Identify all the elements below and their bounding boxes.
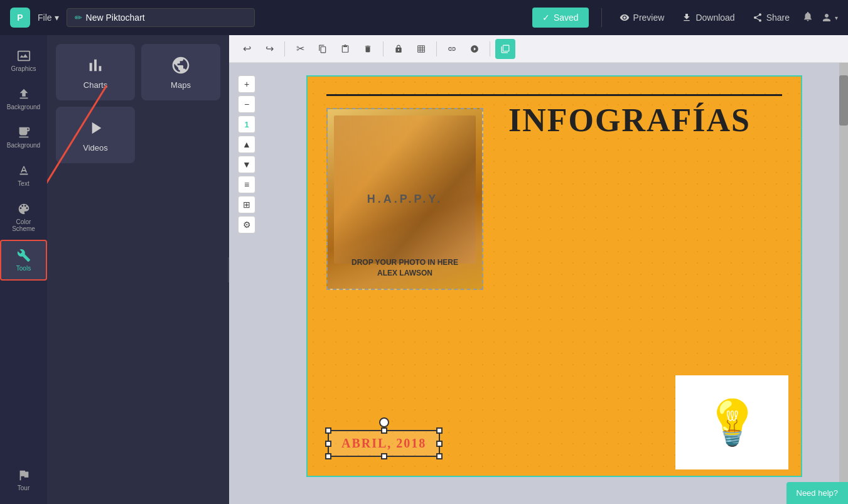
user-menu[interactable]: ▾ <box>821 12 838 23</box>
globe-icon <box>171 55 191 75</box>
select-icon <box>501 45 510 53</box>
lock-icon <box>394 45 403 53</box>
sidebar-item-tools[interactable]: Tools <box>0 240 47 281</box>
download-button[interactable]: Download <box>677 9 739 26</box>
file-menu[interactable]: File ▾ <box>38 13 59 23</box>
sidebar-item-uploads[interactable]: Background <box>0 80 47 118</box>
expand-button[interactable]: ⊞ <box>238 196 255 213</box>
charts-card-label: Charts <box>83 80 107 90</box>
canvas-scroll[interactable]: + − 1 ▲ ▼ ≡ ⊞ ⚙ INFOGRAFÍAS <box>229 63 848 504</box>
canvas-area: ↩ ↪ ✂ <box>229 35 848 504</box>
handle-br[interactable] <box>436 453 443 459</box>
preview-button[interactable]: Preview <box>615 9 670 26</box>
handle-ml[interactable] <box>325 441 331 447</box>
copy-button[interactable] <box>313 39 333 59</box>
zoom-in-button[interactable]: + <box>238 75 255 93</box>
logo[interactable]: P <box>10 8 30 28</box>
toolbar-sep-2 <box>383 41 384 56</box>
infographic-title[interactable]: INFOGRAFÍAS <box>508 102 751 139</box>
panel-card-videos[interactable]: Videos <box>56 107 135 163</box>
canvas-settings-button[interactable]: ⚙ <box>238 216 255 233</box>
text-icon <box>17 164 31 178</box>
link-button[interactable] <box>442 39 462 59</box>
download-icon <box>682 13 692 23</box>
selection-handles <box>325 427 443 459</box>
sidebar-item-graphics[interactable]: Graphics <box>0 41 47 80</box>
play-icon <box>85 118 105 138</box>
page-down-button[interactable]: ▼ <box>238 156 255 173</box>
toolbar-sep-4 <box>490 41 490 56</box>
animate-button[interactable] <box>464 39 485 59</box>
divider <box>601 8 602 27</box>
undo-button[interactable]: ↩ <box>237 39 257 59</box>
topbar: P File ▾ ✏ New Piktochart ✓ Saved Previe… <box>0 0 848 35</box>
handle-tm[interactable] <box>381 427 387 434</box>
toolbar-sep-3 <box>436 41 437 56</box>
toolbar-sep-1 <box>284 41 285 56</box>
sidebar-item-text[interactable]: Text <box>0 156 47 195</box>
drop-text: DROP YOUR PHOTO IN HERE <box>352 257 458 268</box>
text-label: Text <box>18 180 29 187</box>
user-icon <box>821 12 832 23</box>
scrollbar-thumb[interactable] <box>839 75 848 126</box>
canvas-container: INFOGRAFÍAS H.A.P.P.Y. DROP YOUR PHOTO I… <box>306 75 802 491</box>
lock-button[interactable] <box>389 39 409 59</box>
tools-icon <box>17 249 31 262</box>
lightbulb-character: 💡 <box>675 375 788 469</box>
drop-photo-text: DROP YOUR PHOTO IN HERE ALEX LAWSON <box>352 257 458 279</box>
redo-button[interactable]: ↪ <box>259 39 279 59</box>
share-button[interactable]: Share <box>748 9 795 26</box>
handle-bm[interactable] <box>381 453 387 459</box>
rotate-handle[interactable]: ↻ <box>379 417 389 427</box>
select-button[interactable] <box>495 39 515 59</box>
sidebar-item-background[interactable]: Background <box>0 118 47 156</box>
delete-button[interactable] <box>358 39 378 59</box>
toolbar: ↩ ↪ ✂ <box>229 35 848 63</box>
need-help-button[interactable]: Need help? <box>786 482 849 504</box>
background-label: Background <box>7 142 40 149</box>
main-area: Graphics Background Background Text Colo… <box>0 35 848 504</box>
notifications-bell[interactable] <box>802 11 813 25</box>
sub-text: ALEX LAWSON <box>352 268 458 279</box>
color-scheme-label: Color Scheme <box>5 218 42 232</box>
page-number: 1 <box>238 115 255 133</box>
collapse-panel-button[interactable]: ‹ <box>228 257 229 282</box>
canvas-controls: + − 1 ▲ ▼ ≡ ⊞ ⚙ <box>238 75 255 233</box>
animate-icon <box>470 45 479 53</box>
page-up-button[interactable]: ▲ <box>238 136 255 153</box>
link-icon <box>448 45 456 53</box>
grid-button[interactable] <box>411 39 431 59</box>
infographic-canvas[interactable]: INFOGRAFÍAS H.A.P.P.Y. DROP YOUR PHOTO I… <box>306 75 802 477</box>
eye-icon <box>620 13 630 23</box>
panel-card-charts[interactable]: Charts <box>56 44 135 100</box>
graphics-icon <box>17 49 31 63</box>
handle-tl[interactable] <box>325 427 331 434</box>
tour-label: Tour <box>18 485 30 491</box>
handle-bl[interactable] <box>325 453 331 459</box>
paste-icon <box>341 45 350 53</box>
grid-icon <box>417 45 426 53</box>
cut-button[interactable]: ✂ <box>290 39 310 59</box>
paste-button[interactable] <box>335 39 355 59</box>
handle-tr[interactable] <box>436 427 443 434</box>
infographic-line <box>326 94 782 96</box>
selected-text-box[interactable]: ↻ ABRIL, 2018 <box>328 430 440 457</box>
saved-button[interactable]: ✓ Saved <box>532 8 589 28</box>
uploads-label: Background <box>7 104 40 110</box>
lightbulb-emoji: 💡 <box>705 400 759 444</box>
panel-card-maps[interactable]: Maps <box>141 44 220 100</box>
sidebar-item-tour[interactable]: Tour <box>0 461 47 499</box>
happy-text: H.A.P.P.Y. <box>367 193 443 206</box>
zoom-out-button[interactable]: − <box>238 95 255 113</box>
photo-collage <box>334 115 476 264</box>
sidebar-item-color-scheme[interactable]: Color Scheme <box>0 195 47 240</box>
photo-placeholder[interactable]: H.A.P.P.Y. DROP YOUR PHOTO IN HERE ALEX … <box>326 108 483 290</box>
color-scheme-icon <box>17 202 31 216</box>
bar-chart-icon <box>85 55 105 75</box>
filename-input[interactable]: ✏ New Piktochart <box>67 8 255 27</box>
handle-mr[interactable] <box>436 441 443 447</box>
align-button[interactable]: ≡ <box>238 176 255 193</box>
panel-grid: Charts Maps Videos <box>56 44 220 163</box>
scrollbar-track <box>839 63 848 504</box>
uploads-icon <box>17 87 31 101</box>
